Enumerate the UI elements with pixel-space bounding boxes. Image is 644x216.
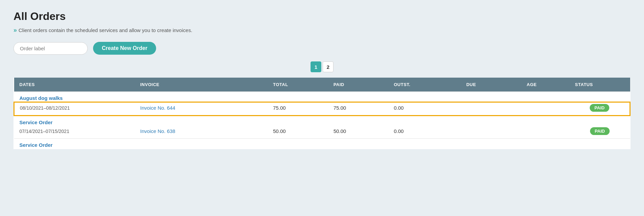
create-new-order-button[interactable]: Create New Order — [93, 42, 156, 55]
order-date: 07/14/2021–07/15/2021 — [14, 126, 135, 139]
paid-cell: 50.00 — [328, 126, 388, 139]
paid-cell: 75.00 — [328, 102, 388, 116]
order-label-input[interactable] — [13, 42, 88, 55]
col-header-total: TOTAL — [268, 78, 328, 92]
order-date: 08/10/2021–08/12/2021 — [14, 102, 135, 116]
total-cell: 75.00 — [268, 102, 328, 116]
invoice-link[interactable]: Invoice No. 638 — [140, 128, 175, 134]
age-cell — [521, 102, 569, 116]
page-2-button[interactable]: 2 — [323, 61, 333, 72]
outst-cell: 0.00 — [388, 126, 461, 139]
total-cell: 50.00 — [268, 126, 328, 139]
subtitle-row: » Client orders contain the scheduled se… — [13, 27, 631, 34]
invoice-cell: Invoice No. 644 — [135, 102, 268, 116]
page-1-button[interactable]: 1 — [311, 61, 321, 72]
table-header-row: DATES INVOICE TOTAL PAID OUTST. DUE AGE … — [14, 78, 630, 92]
orders-table: DATES INVOICE TOTAL PAID OUTST. DUE AGE … — [13, 78, 631, 149]
pagination: 1 2 — [13, 61, 631, 72]
order-name-link[interactable]: Service Order — [20, 119, 53, 125]
order-name-link[interactable]: August dog walks — [20, 95, 63, 101]
order-name-row: Service Order — [14, 116, 630, 126]
col-header-age: AGE — [521, 78, 569, 92]
col-header-paid: PAID — [328, 78, 388, 92]
age-cell — [521, 126, 569, 139]
status-cell: PAID — [569, 102, 630, 116]
status-badge: PAID — [590, 127, 610, 135]
chevron-icon: » — [13, 27, 16, 34]
col-header-status: STATUS — [569, 78, 630, 92]
subtitle-text: Client orders contain the scheduled serv… — [19, 27, 192, 33]
order-name-row: Service Order — [14, 139, 630, 150]
due-cell — [461, 126, 521, 139]
due-cell — [461, 102, 521, 116]
col-header-invoice: INVOICE — [135, 78, 268, 92]
order-detail-row: 07/14/2021–07/15/2021 Invoice No. 638 50… — [14, 126, 630, 139]
col-header-due: DUE — [461, 78, 521, 92]
order-name-link[interactable]: Service Order — [20, 142, 53, 148]
col-header-outst: OUTST. — [388, 78, 461, 92]
order-name-row: August dog walks — [14, 92, 630, 102]
outst-cell: 0.00 — [388, 102, 461, 116]
order-detail-row: 08/10/2021–08/12/2021 Invoice No. 644 75… — [14, 102, 630, 116]
toolbar: Create New Order — [13, 42, 631, 55]
col-header-dates: DATES — [14, 78, 135, 92]
page-title: All Orders — [13, 10, 631, 23]
status-cell: PAID — [569, 126, 630, 139]
invoice-cell: Invoice No. 638 — [135, 126, 268, 139]
invoice-link[interactable]: Invoice No. 644 — [140, 105, 175, 111]
status-badge: PAID — [590, 104, 609, 112]
